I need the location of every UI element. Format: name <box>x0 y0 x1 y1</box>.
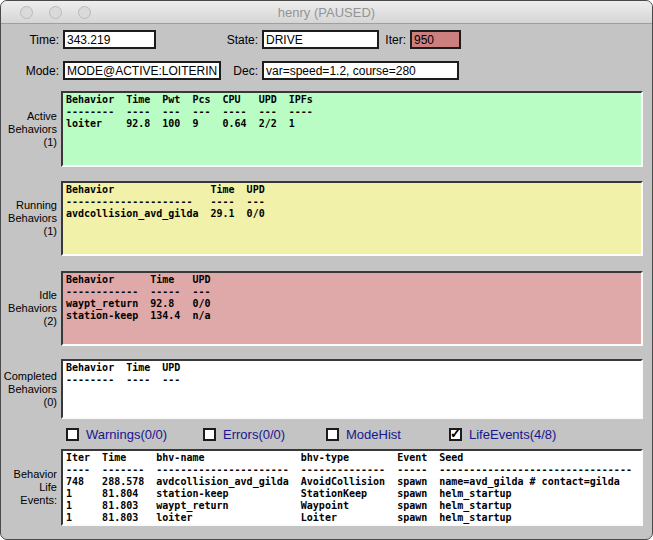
lifeevents-checkbox[interactable]: LifeEvents(4/8) <box>449 425 556 443</box>
state-label: State: <box>200 33 258 47</box>
modehist-checkbox-box[interactable] <box>326 428 339 441</box>
modehist-checkbox-label: ModeHist <box>346 427 401 442</box>
errors-checkbox-box[interactable] <box>203 428 216 441</box>
window-title: henry (PAUSED) <box>1 1 652 24</box>
completed-behaviors-label: Completed Behaviors (0) <box>1 359 57 419</box>
completed-behaviors-table: Behavior Time UPD -------- ---- --- <box>66 362 641 386</box>
errors-checkbox[interactable]: Errors(0/0) <box>203 425 285 443</box>
time-field[interactable] <box>63 30 156 49</box>
idle-behaviors-panel: Behavior Time UPD ------------ ----- ---… <box>61 271 643 346</box>
app-window: henry (PAUSED) Time: State: Iter: Mode: … <box>0 0 653 540</box>
warnings-checkbox-label: Warnings(0/0) <box>86 427 167 442</box>
warnings-checkbox[interactable]: Warnings(0/0) <box>66 425 167 443</box>
dec-field[interactable] <box>262 61 459 80</box>
mode-label: Mode: <box>1 64 59 78</box>
idle-behaviors-label: Idle Behaviors (2) <box>1 271 57 346</box>
mode-field[interactable] <box>63 61 221 80</box>
active-behaviors-label: Active Behaviors (1) <box>1 91 57 167</box>
life-events-table: Iter Time bhv-name bhv-type Event Seed -… <box>66 452 641 524</box>
errors-checkbox-label: Errors(0/0) <box>223 427 285 442</box>
titlebar: henry (PAUSED) <box>1 1 652 24</box>
lifeevents-checkbox-label: LifeEvents(4/8) <box>469 427 556 442</box>
life-events-panel: Iter Time bhv-name bhv-type Event Seed -… <box>61 449 643 526</box>
running-behaviors-label: Running Behaviors (1) <box>1 181 57 256</box>
active-behaviors-table: Behavior Time Pwt Pcs CPU UPD IPFs -----… <box>66 94 641 130</box>
running-behaviors-table: Behavior Time UPD --------------------- … <box>66 184 641 220</box>
lifeevents-checkbox-box[interactable] <box>449 428 462 441</box>
completed-behaviors-panel: Behavior Time UPD -------- ---- --- <box>61 359 643 419</box>
time-label: Time: <box>1 33 59 47</box>
iter-label: Iter: <box>356 33 406 47</box>
iter-field[interactable] <box>410 30 461 49</box>
dec-label: Dec: <box>200 64 258 78</box>
life-events-label: Behavior Life Events: <box>1 449 57 526</box>
idle-behaviors-table: Behavior Time UPD ------------ ----- ---… <box>66 274 641 322</box>
modehist-checkbox[interactable]: ModeHist <box>326 425 401 443</box>
active-behaviors-panel: Behavior Time Pwt Pcs CPU UPD IPFs -----… <box>61 91 643 167</box>
running-behaviors-panel: Behavior Time UPD --------------------- … <box>61 181 643 256</box>
warnings-checkbox-box[interactable] <box>66 428 79 441</box>
